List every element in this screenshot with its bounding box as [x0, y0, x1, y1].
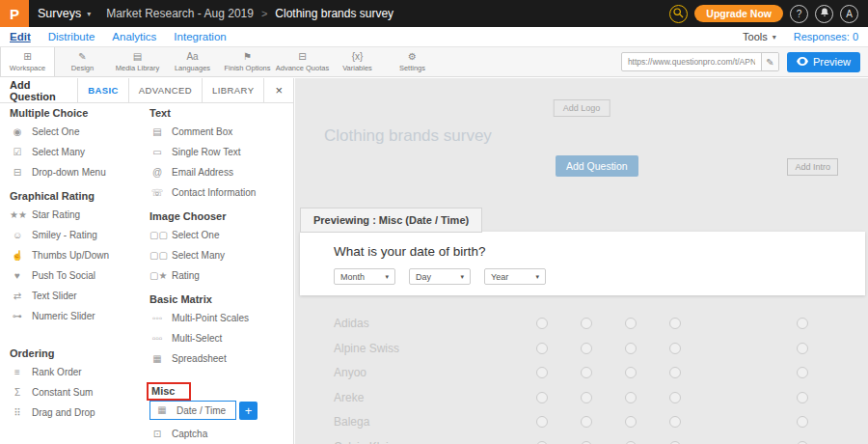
- search-button[interactable]: [669, 5, 688, 23]
- qtype-single-row-text[interactable]: ▭ Single Row Text: [149, 146, 292, 158]
- contact-icon: ☏: [149, 187, 165, 199]
- caret-down-icon: ▾: [385, 273, 389, 281]
- matrix-radio[interactable]: [625, 318, 637, 329]
- notifications-button[interactable]: [815, 5, 833, 23]
- qtype-drag-and-drop[interactable]: ⠿ Drag and Drop: [10, 406, 149, 419]
- preview-button[interactable]: Preview: [787, 52, 860, 72]
- matrix-radio[interactable]: [536, 416, 548, 428]
- qtype-image-rating[interactable]: ▢★ Rating: [149, 269, 292, 282]
- tool-variables[interactable]: {x} Variables: [330, 47, 385, 76]
- qtype-captcha[interactable]: ⊡ Captcha: [149, 428, 292, 440]
- qtype-smiley-rating[interactable]: ☺ Smiley - Rating: [10, 229, 149, 241]
- matrix-radio[interactable]: [581, 416, 592, 428]
- menu-edit[interactable]: Edit: [10, 31, 31, 42]
- survey-url-input[interactable]: [622, 57, 761, 67]
- qtype-select-many[interactable]: ☑ Select Many: [10, 146, 149, 158]
- responses-count[interactable]: Responses: 0: [794, 31, 858, 42]
- matrix-radio[interactable]: [625, 367, 637, 378]
- tool-advance-quotas[interactable]: ⊟ Advance Quotas: [275, 47, 330, 76]
- tools-menu-label: Tools: [743, 31, 768, 42]
- qtype-text-slider[interactable]: ⇄ Text Slider: [10, 290, 149, 302]
- matrix-radio[interactable]: [669, 367, 681, 378]
- matrix-radio[interactable]: [669, 343, 681, 354]
- matrix-radio[interactable]: [797, 441, 808, 444]
- matrix-radio[interactable]: [536, 441, 548, 444]
- pencil-icon[interactable]: ✎: [761, 53, 778, 70]
- qtype-image-select-many[interactable]: ▢▢ Select Many: [149, 249, 292, 262]
- qtype-multi-point-scales[interactable]: ◦◦◦ Multi-Point Scales: [149, 312, 292, 324]
- matrix-radio[interactable]: [581, 343, 592, 354]
- qtype-thumbs-up-down[interactable]: ☝ Thumbs Up/Down: [10, 249, 149, 262]
- matrix-radio[interactable]: [536, 343, 548, 354]
- qtype-comment-box[interactable]: ▤ Comment Box: [149, 125, 292, 138]
- matrix-radio[interactable]: [669, 318, 681, 329]
- matrix-radio[interactable]: [581, 441, 592, 444]
- matrix-radio[interactable]: [669, 416, 681, 428]
- year-select[interactable]: Year ▾: [484, 268, 546, 285]
- matrix-radio[interactable]: [797, 367, 808, 378]
- upgrade-button[interactable]: Upgrade Now: [694, 5, 783, 22]
- matrix-radio[interactable]: [581, 318, 592, 329]
- qtype-image-select-one[interactable]: ▢▢ Select One: [149, 229, 292, 241]
- menu-analytics[interactable]: Analytics: [112, 31, 156, 42]
- add-date-time-button[interactable]: +: [239, 402, 258, 420]
- qtype-contact-information[interactable]: ☏ Contact Information: [149, 186, 292, 199]
- help-button[interactable]: ?: [790, 5, 808, 23]
- questionpro-logo[interactable]: P: [0, 0, 29, 27]
- tab-library[interactable]: LIBRARY: [202, 78, 263, 102]
- add-intro-button[interactable]: Add Intro: [787, 158, 838, 176]
- menu-distribute[interactable]: Distribute: [48, 31, 95, 42]
- tool-media-library[interactable]: ▤ Media Library: [110, 47, 165, 76]
- menubar-right: Tools ▾ Responses: 0: [743, 31, 858, 42]
- menu-integration[interactable]: Integration: [174, 31, 226, 42]
- matrix-radio[interactable]: [536, 318, 548, 329]
- matrix-radio[interactable]: [669, 441, 681, 444]
- qtype-push-to-social[interactable]: ♥ Push To Social: [10, 269, 149, 282]
- qtype-date-time[interactable]: ▦ Date / Time: [149, 401, 236, 420]
- survey-canvas: Add Logo Clothing brands survey Add Ques…: [295, 78, 868, 444]
- matrix-radio[interactable]: [669, 392, 681, 403]
- matrix-radio[interactable]: [625, 441, 637, 444]
- matrix-radio[interactable]: [625, 416, 637, 428]
- matrix-radio[interactable]: [797, 343, 808, 354]
- qtype-select-one[interactable]: ◉ Select One: [10, 125, 149, 138]
- matrix-row-label: Anyoo: [334, 366, 366, 379]
- close-icon[interactable]: ×: [263, 78, 293, 102]
- matrix-radio[interactable]: [536, 367, 548, 378]
- matrix-radio[interactable]: [581, 392, 592, 403]
- matrix-row: Calvin Klein: [295, 435, 868, 444]
- tool-workspace[interactable]: ⊞ Workspace: [0, 47, 55, 76]
- tools-menu[interactable]: Tools ▾: [743, 31, 776, 42]
- tool-design[interactable]: ✎ Design: [55, 47, 110, 76]
- qtype-dropdown-menu[interactable]: ⊟ Drop-down Menu: [10, 166, 149, 179]
- avatar[interactable]: A: [840, 5, 858, 23]
- qtype-spreadsheet[interactable]: ▦ Spreadsheet: [149, 352, 292, 365]
- breadcrumb-folder[interactable]: Market Research - Aug 2019: [106, 7, 254, 20]
- qtype-star-rating[interactable]: ★★ Star Rating: [10, 208, 149, 221]
- tab-basic[interactable]: BASIC: [77, 78, 128, 102]
- matrix-radio[interactable]: [797, 392, 808, 403]
- matrix-radio[interactable]: [581, 367, 592, 378]
- matrix-radio[interactable]: [797, 416, 808, 428]
- image-rating-icon: ▢★: [149, 270, 165, 282]
- matrix-radio[interactable]: [625, 392, 637, 403]
- tool-finish-options[interactable]: ⚑ Finish Options: [220, 47, 275, 76]
- qtype-constant-sum[interactable]: Σ Constant Sum: [10, 386, 149, 399]
- qtype-email-address[interactable]: @ Email Address: [149, 166, 292, 179]
- month-select[interactable]: Month ▾: [334, 268, 395, 285]
- add-logo-button[interactable]: Add Logo: [554, 99, 610, 117]
- chevron-right-icon: >: [261, 8, 267, 19]
- qtype-numeric-slider[interactable]: ⊶ Numeric Slider: [10, 310, 149, 322]
- tool-settings[interactable]: ⚙ Settings: [385, 47, 440, 76]
- group-heading-image-chooser: Image Chooser: [149, 210, 292, 222]
- matrix-radio[interactable]: [536, 392, 548, 403]
- day-select[interactable]: Day ▾: [409, 268, 471, 285]
- qtype-multi-select[interactable]: ▫▫▫ Multi-Select: [149, 332, 292, 345]
- tool-languages[interactable]: Aa Languages: [165, 47, 220, 76]
- surveys-menu[interactable]: Surveys ▾: [29, 7, 102, 20]
- add-question-button[interactable]: Add Question: [556, 155, 638, 177]
- matrix-radio[interactable]: [797, 318, 808, 329]
- qtype-rank-order[interactable]: ≡ Rank Order: [10, 366, 149, 378]
- matrix-radio[interactable]: [625, 343, 637, 354]
- tab-advanced[interactable]: ADVANCED: [128, 78, 202, 102]
